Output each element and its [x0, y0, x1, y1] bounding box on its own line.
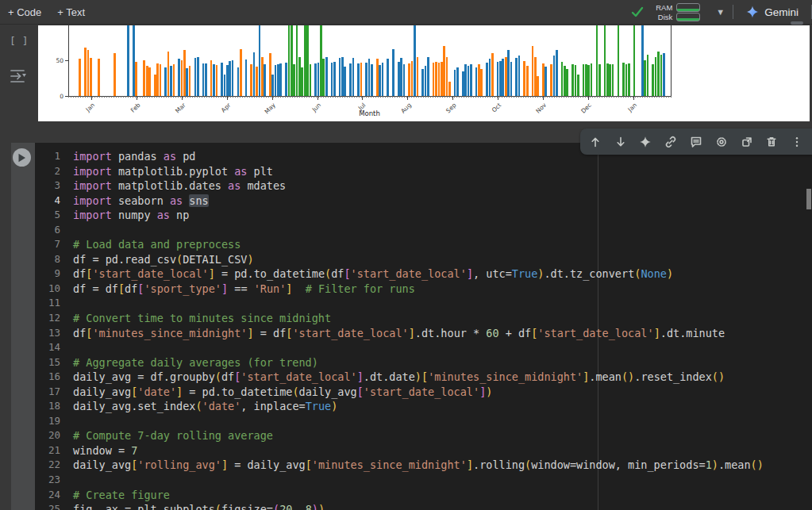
bar	[505, 57, 507, 97]
bar	[167, 52, 170, 96]
bar	[425, 66, 427, 96]
bar	[232, 60, 234, 96]
bar	[438, 63, 441, 96]
bar	[625, 64, 628, 97]
bar	[216, 65, 218, 96]
mirror-cell-button[interactable]	[737, 132, 757, 152]
x-tick	[272, 97, 273, 100]
bar	[596, 25, 598, 96]
add-code-button[interactable]: + Code	[0, 6, 49, 18]
move-cell-down-icon	[614, 136, 627, 148]
bar	[213, 64, 215, 96]
bar	[202, 63, 205, 96]
code-line: 4import seaborn as sns	[35, 194, 812, 209]
run-cell-button[interactable]	[13, 148, 31, 167]
copy-link-button[interactable]	[660, 132, 681, 152]
comment-button[interactable]	[686, 132, 706, 152]
x-tick	[362, 97, 363, 100]
code-line: 16daily_avg = df.groupby(df['start_date_…	[35, 370, 812, 385]
bar	[178, 59, 180, 96]
bar	[542, 63, 545, 96]
code-editor[interactable]: 1import pandas as pd2import matplotlib.p…	[35, 143, 812, 510]
x-tick	[588, 97, 589, 100]
line-number: 17	[35, 385, 60, 400]
x-tick	[543, 97, 544, 100]
y-tick-label: 0	[40, 93, 63, 100]
line-number: 13	[35, 326, 60, 341]
code-text: daily_avg.set_index('date', inplace=True…	[73, 399, 337, 414]
code-text: import pandas as pd	[73, 149, 195, 164]
execution-indicator[interactable]: [ ]	[10, 35, 28, 47]
chart-plot	[68, 25, 671, 96]
notebook-toolbar: + Code + Text RAM Disk ▼	[0, 0, 812, 25]
output-scrollbar[interactable]	[791, 21, 803, 25]
editor-scrollbar-thumb[interactable]	[806, 189, 811, 209]
gemini-spark-icon	[639, 136, 652, 148]
bar	[173, 64, 175, 96]
settings-button[interactable]	[711, 132, 732, 152]
bar	[585, 64, 587, 96]
bar	[475, 67, 478, 96]
bar	[456, 67, 459, 96]
more-options-icon	[791, 136, 803, 148]
line-number: 22	[35, 458, 60, 473]
executed-code-history-icon[interactable]	[8, 67, 29, 86]
y-tick	[65, 60, 68, 61]
bar	[371, 64, 373, 97]
x-tick	[137, 97, 137, 100]
code-line: 10df = df[df['sport_type'] == 'Run'] # F…	[35, 282, 812, 297]
move-cell-down-button[interactable]	[610, 132, 631, 152]
bar	[84, 48, 87, 96]
code-line: 24# Create figure	[35, 488, 812, 503]
bar	[259, 25, 261, 96]
line-number: 10	[35, 282, 60, 297]
bar	[264, 64, 266, 96]
line-number: 23	[35, 473, 60, 488]
move-cell-up-button[interactable]	[585, 132, 606, 152]
code-text: daily_avg = df.groupby(df['start_date_lo…	[73, 370, 725, 385]
bar	[400, 58, 402, 96]
bar	[454, 70, 456, 96]
bar	[317, 63, 320, 96]
bar	[628, 63, 630, 96]
code-line: 17daily_avg['date'] = pd.to_datetime(dai…	[35, 385, 812, 400]
gemini-spark-button[interactable]	[635, 132, 656, 152]
more-options-button[interactable]	[787, 132, 807, 152]
x-tick	[498, 97, 498, 100]
x-tick	[407, 97, 408, 100]
bar	[598, 64, 601, 97]
bar	[164, 67, 167, 96]
line-number: 18	[35, 399, 60, 414]
bar	[170, 66, 172, 96]
gemini-button[interactable]: Gemini	[733, 6, 811, 18]
line-number: 6	[35, 223, 60, 238]
disk-label: Disk	[658, 13, 672, 21]
y-tick-label: 50	[40, 57, 63, 64]
resources-widget[interactable]: RAM Disk	[656, 3, 700, 21]
code-line: 3import matplotlib.dates as mdates	[35, 178, 812, 194]
bar	[660, 55, 663, 96]
code-line: 15# Aggregate daily averages (for trend)	[35, 355, 812, 370]
chart-figure: 50 0 Month JanFebMarAprMayJunJulAugSepOc…	[38, 25, 810, 121]
bar	[288, 25, 291, 96]
chevron-down-icon[interactable]: ▼	[708, 7, 733, 17]
delete-cell-button[interactable]	[761, 132, 782, 152]
bar	[237, 67, 240, 96]
bar	[229, 61, 231, 96]
bar	[320, 25, 322, 96]
x-axis-minor-ticks	[68, 96, 672, 98]
bar	[502, 59, 504, 96]
line-number: 2	[35, 164, 60, 179]
add-text-button[interactable]: + Text	[49, 6, 93, 18]
bar	[261, 57, 264, 97]
bar	[357, 63, 360, 96]
bar	[293, 64, 295, 96]
x-tick	[182, 97, 183, 100]
bar	[245, 59, 248, 96]
bar	[518, 56, 521, 96]
x-tick	[452, 97, 453, 100]
bar	[583, 64, 585, 97]
bar	[368, 59, 371, 96]
bar	[90, 58, 92, 96]
bar	[285, 63, 287, 96]
